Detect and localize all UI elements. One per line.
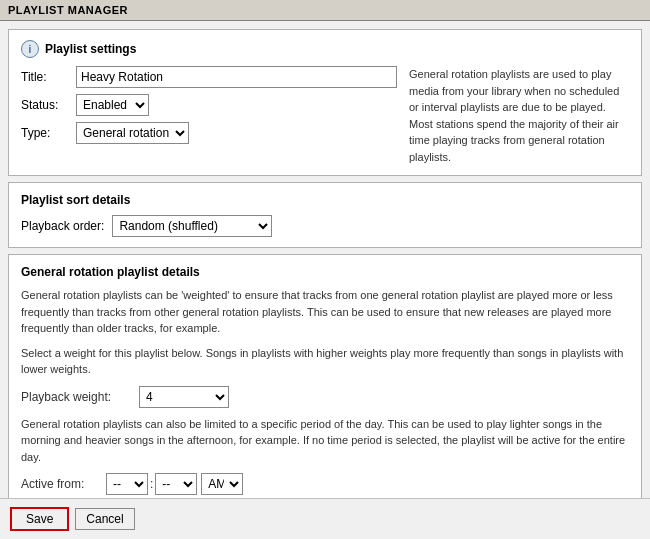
playlist-settings-inner: Title: Status: Enabled Disabled Type:: [21, 66, 629, 165]
active-from-colon: :: [150, 475, 153, 493]
playback-order-row: Playback order: Random (shuffled) Sequen…: [21, 215, 629, 237]
general-rotation-body: General rotation playlists can be 'weigh…: [21, 287, 629, 498]
playlist-settings-header: i Playlist settings: [21, 40, 629, 58]
title-bar: PLAYLIST MANAGER: [0, 0, 650, 21]
active-from-hour-select[interactable]: --010203 04050607 0809101112: [106, 473, 148, 495]
status-label: Status:: [21, 98, 76, 112]
weight-select[interactable]: 123 4 567 8910: [139, 386, 229, 408]
active-from-row: Active from: --010203 04050607 080910111…: [21, 473, 629, 495]
save-button[interactable]: Save: [10, 507, 69, 531]
general-rotation-p1: General rotation playlists can be 'weigh…: [21, 287, 629, 337]
weight-label: Playback weight:: [21, 388, 131, 406]
playback-order-label: Playback order:: [21, 219, 104, 233]
footer: Save Cancel: [0, 499, 650, 539]
playlist-settings-icon: i: [21, 40, 39, 58]
active-from-label: Active from:: [21, 475, 106, 493]
playlist-settings-section: i Playlist settings Title: Status: Enabl…: [8, 29, 642, 176]
playlist-settings-description: General rotation playlists are used to p…: [409, 66, 629, 165]
playlist-settings-title: Playlist settings: [45, 42, 136, 56]
active-from-ampm-select[interactable]: AMPM: [201, 473, 243, 495]
main-content: i Playlist settings Title: Status: Enabl…: [0, 21, 650, 498]
sort-details-title: Playlist sort details: [21, 193, 130, 207]
sort-details-section: Playlist sort details Playback order: Ra…: [8, 182, 642, 248]
cancel-button[interactable]: Cancel: [75, 508, 134, 530]
status-select[interactable]: Enabled Disabled: [76, 94, 149, 116]
weight-row: Playback weight: 123 4 567 8910: [21, 386, 629, 408]
status-row: Status: Enabled Disabled: [21, 94, 397, 116]
title-bar-label: PLAYLIST MANAGER: [8, 4, 128, 16]
playback-order-select[interactable]: Random (shuffled) Sequential Weighted ra…: [112, 215, 272, 237]
playlist-settings-left: Title: Status: Enabled Disabled Type:: [21, 66, 397, 165]
playlist-settings-desc-text: General rotation playlists are used to p…: [409, 68, 619, 163]
title-input[interactable]: [76, 66, 397, 88]
playlist-manager-window: PLAYLIST MANAGER i Playlist settings Tit…: [0, 0, 650, 539]
type-select[interactable]: General rotation Scheduled Interval: [76, 122, 189, 144]
title-label: Title:: [21, 70, 76, 84]
general-rotation-section: General rotation playlist details Genera…: [8, 254, 642, 498]
title-row: Title:: [21, 66, 397, 88]
type-row: Type: General rotation Scheduled Interva…: [21, 122, 397, 144]
general-rotation-header: General rotation playlist details: [21, 265, 629, 279]
general-rotation-p3: General rotation playlists can also be l…: [21, 416, 629, 466]
sort-details-header: Playlist sort details: [21, 193, 629, 207]
general-rotation-p2: Select a weight for this playlist below.…: [21, 345, 629, 378]
type-label: Type:: [21, 126, 76, 140]
active-from-minute-select[interactable]: --000510 15202530 3540455055: [155, 473, 197, 495]
general-rotation-title: General rotation playlist details: [21, 265, 200, 279]
